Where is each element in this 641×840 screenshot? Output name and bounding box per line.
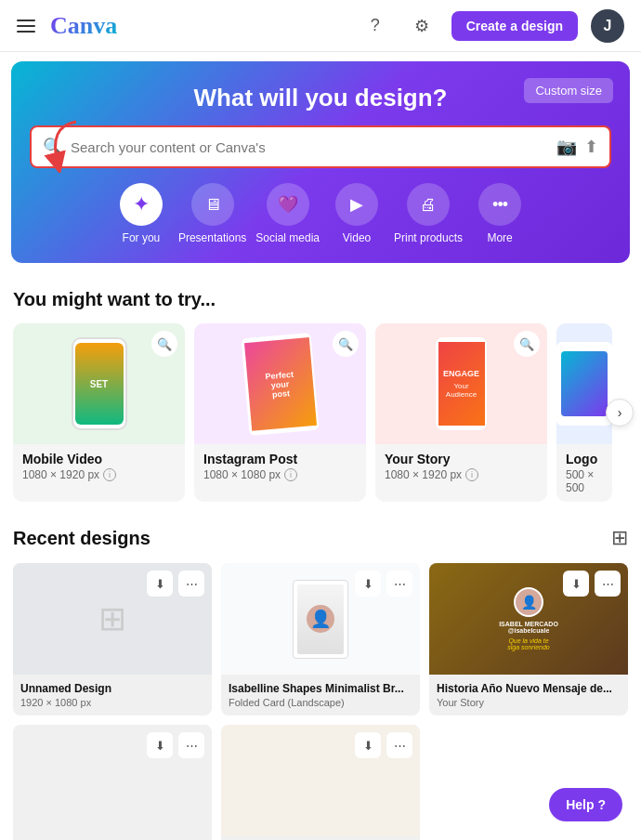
tab-video[interactable]: ▶ Video: [329, 183, 385, 244]
instagram-info: Instagram Post 1080 × 1080 px i: [194, 444, 366, 489]
next-button[interactable]: ›: [606, 399, 634, 427]
blank2-more-icon[interactable]: ⋯: [386, 732, 412, 758]
design-card-historia[interactable]: 👤 ISABEL MERCADO@isabelcuale Que la vida…: [429, 563, 628, 715]
blank1-more-icon[interactable]: ⋯: [178, 732, 204, 758]
help-button[interactable]: Help ?: [549, 788, 622, 821]
header-left: Canva: [17, 12, 117, 40]
historia-info: Historia Año Nuevo Mensaje de... Your St…: [429, 675, 628, 715]
red-arrow-indicator: [39, 117, 85, 177]
isabelline-more-icon[interactable]: ⋯: [386, 571, 412, 597]
custom-size-button[interactable]: Custom size: [524, 78, 613, 103]
isabelline-download-icon[interactable]: ⬇: [355, 571, 381, 597]
historia-user-text: ISABEL MERCADO@isabelcuale: [499, 621, 558, 634]
insta-mockup: Perfectyourpost: [242, 332, 320, 435]
phone-text: SET: [90, 379, 108, 389]
tab-print-products[interactable]: 🖨 Print products: [394, 183, 463, 244]
instagram-thumbnail: Perfectyourpost 🔍: [194, 323, 366, 444]
blank2-thumbnail: ⬇ ⋯: [221, 725, 420, 836]
mobile-video-info: Mobile Video 1080 × 1920 px i: [13, 444, 185, 489]
mobile-video-thumbnail: SET 🔍: [13, 323, 185, 444]
unnamed-download-icon[interactable]: ⬇: [147, 571, 173, 597]
try-card-instagram[interactable]: Perfectyourpost 🔍 Instagram Post 1080 × …: [194, 323, 366, 502]
recent-designs-grid: ⊞ ⬇ ⋯ Unnamed Design 1920 × 1080 px 👤: [13, 563, 628, 840]
presentations-icon: 🖥: [191, 183, 234, 226]
settings-icon-button[interactable]: ⚙: [405, 9, 438, 43]
try-section: You might want to try... SET 🔍 Mobile Vi…: [0, 272, 641, 509]
tab-for-you[interactable]: ✦ For you: [113, 183, 169, 244]
camera-search-icon[interactable]: 📷: [556, 137, 577, 157]
unnamed-design-info: Unnamed Design 1920 × 1080 px: [13, 675, 212, 715]
blank2-actions: ⬇ ⋯: [355, 732, 412, 758]
tab-social-media[interactable]: 💜 Social media: [255, 183, 320, 244]
historia-download-icon[interactable]: ⬇: [563, 571, 589, 597]
mobile-video-name: Mobile Video: [22, 452, 176, 466]
grid-view-icon[interactable]: ⊞: [611, 526, 628, 550]
blank1-download-icon[interactable]: ⬇: [147, 732, 173, 758]
blank1-actions: ⬇ ⋯: [147, 732, 204, 758]
unnamed-design-type: 1920 × 1080 px: [20, 697, 204, 708]
story-inner: ENGAGE YourAudience: [438, 342, 485, 426]
create-design-button[interactable]: Create a design: [451, 11, 578, 41]
video-icon: ▶: [335, 183, 378, 226]
instagram-name: Instagram Post: [203, 452, 357, 466]
search-input[interactable]: [71, 139, 556, 155]
isabelline-info: Isabelline Shapes Minimalist Br... Folde…: [221, 675, 420, 715]
unnamed-design-actions: ⬇ ⋯: [147, 571, 204, 597]
for-you-icon: ✦: [120, 183, 163, 226]
try-cards-container: SET 🔍 Mobile Video 1080 × 1920 px i: [13, 323, 628, 502]
instagram-zoom-icon[interactable]: 🔍: [333, 331, 359, 357]
story-zoom-icon[interactable]: 🔍: [514, 331, 540, 357]
blank2-download-icon[interactable]: ⬇: [355, 732, 381, 758]
story-mockup: ENGAGE YourAudience: [436, 337, 487, 430]
blank2-info: [221, 836, 420, 840]
print-products-label: Print products: [394, 231, 463, 244]
insta-inner: Perfectyourpost: [243, 337, 316, 431]
try-section-title: You might want to try...: [13, 289, 628, 310]
print-products-icon: 🖨: [407, 183, 450, 226]
logo-mockup: [556, 342, 612, 426]
blank1-thumbnail: ⬇ ⋯: [13, 725, 212, 836]
recent-header: Recent designs ⊞: [13, 526, 628, 550]
upload-search-icon[interactable]: ⬆: [584, 137, 598, 157]
header: Canva ? ⚙ Create a design J: [0, 0, 641, 52]
try-card-mobile-video[interactable]: SET 🔍 Mobile Video 1080 × 1920 px i: [13, 323, 185, 502]
unnamed-design-thumbnail: ⊞ ⬇ ⋯: [13, 563, 212, 675]
tab-more[interactable]: ••• More: [472, 183, 528, 244]
isabelline-name: Isabelline Shapes Minimalist Br...: [229, 682, 412, 695]
design-card-blank2[interactable]: ⬇ ⋯: [221, 725, 420, 840]
logo[interactable]: Canva: [50, 12, 117, 40]
story-thumbnail: ENGAGE YourAudience 🔍: [375, 323, 547, 444]
unnamed-more-icon[interactable]: ⋯: [178, 571, 204, 597]
story-info-icon[interactable]: i: [465, 468, 478, 481]
for-you-label: For you: [123, 231, 161, 244]
blank1-info: [13, 836, 212, 840]
search-actions: 📷 ⬆: [556, 137, 598, 157]
unnamed-design-name: Unnamed Design: [20, 682, 204, 695]
help-icon-button[interactable]: ?: [359, 9, 392, 43]
try-card-your-story[interactable]: ENGAGE YourAudience 🔍 Your Story 1080 × …: [375, 323, 547, 502]
logo-inner: [561, 351, 608, 416]
menu-button[interactable]: [17, 20, 35, 33]
instagram-info-icon[interactable]: i: [284, 468, 297, 481]
mobile-video-zoom-icon[interactable]: 🔍: [151, 331, 177, 357]
historia-actions: ⬇ ⋯: [563, 571, 621, 597]
historia-message: Que la vida tesiga sonriendo: [507, 637, 550, 650]
search-bar: 🔍 📷 ⬆: [30, 125, 611, 168]
historia-type: Your Story: [437, 697, 621, 708]
mobile-video-size: 1080 × 1920 px i: [22, 468, 176, 481]
design-card-blank1[interactable]: ⬇ ⋯: [13, 725, 212, 840]
historia-name: Historia Año Nuevo Mensaje de...: [437, 682, 621, 695]
story-size: 1080 × 1920 px i: [385, 468, 538, 481]
more-label: More: [487, 231, 512, 244]
instagram-size: 1080 × 1080 px i: [203, 468, 357, 481]
try-card-logo[interactable]: Logo 500 × 500: [556, 323, 612, 502]
mobile-video-info-icon[interactable]: i: [103, 468, 116, 481]
design-card-isabelline[interactable]: 👤 ⬇ ⋯ Isabelline Shapes Minimalist Br...…: [221, 563, 420, 715]
historia-avatar: 👤: [514, 587, 543, 617]
avatar[interactable]: J: [591, 9, 624, 43]
historia-more-icon[interactable]: ⋯: [595, 571, 621, 597]
isabelline-type: Folded Card (Landscape): [229, 697, 412, 708]
isabelline-thumbnail: 👤 ⬇ ⋯: [221, 563, 420, 675]
design-card-unnamed[interactable]: ⊞ ⬇ ⋯ Unnamed Design 1920 × 1080 px: [13, 563, 212, 715]
tab-presentations[interactable]: 🖥 Presentations: [178, 183, 246, 244]
